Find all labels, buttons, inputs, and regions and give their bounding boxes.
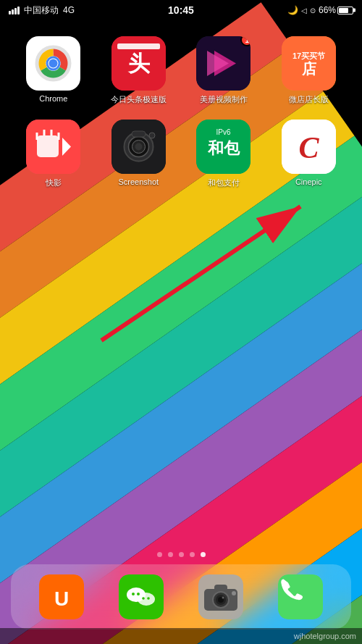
dock-phone[interactable]	[278, 574, 323, 619]
page-dot-2[interactable]	[168, 552, 173, 557]
dock-wechat[interactable]	[119, 574, 164, 619]
location-icon: ◁	[301, 7, 307, 14]
page-dot-5[interactable]	[201, 552, 206, 557]
app-kuaiying[interactable]: 快影	[14, 120, 93, 188]
svg-text:店: 店	[300, 61, 316, 77]
svg-point-26	[149, 133, 155, 138]
meice-badge: 1	[240, 36, 251, 46]
svg-point-41	[142, 597, 145, 600]
svg-text:IPv6: IPv6	[216, 128, 231, 136]
watermark-text: wjhotelgroup.com	[294, 632, 356, 640]
meice-label: 美册视频制作	[200, 94, 248, 105]
svg-point-24	[135, 143, 142, 151]
screenshot-icon	[111, 120, 166, 174]
app-screenshot[interactable]: Screenshot	[100, 120, 178, 188]
screenshot-label: Screenshot	[118, 177, 159, 186]
toutiao-label: 今日头条极速版	[111, 94, 167, 105]
app-weidian[interactable]: 17买买节 店 微店店长版	[270, 36, 348, 105]
app-toutiao[interactable]: 头 今日头条极速版	[100, 36, 178, 105]
wechat-icon	[119, 574, 164, 619]
moon-icon: 🌙	[287, 5, 298, 15]
kuaiying-label: 快影	[46, 177, 62, 188]
kuaiying-icon	[26, 120, 80, 174]
page-dots	[0, 552, 362, 557]
svg-point-40	[137, 593, 140, 595]
page-dot-1[interactable]	[157, 552, 162, 557]
status-right: 🌙 ◁ ⊙ 66%	[287, 5, 353, 15]
phone-icon	[278, 574, 323, 619]
status-bar: 中国移动 4G 10:45 🌙 ◁ ⊙ 66%	[0, 0, 362, 20]
svg-point-50	[232, 591, 236, 595]
status-left: 中国移动 4G	[9, 4, 75, 17]
svg-point-48	[222, 597, 224, 599]
svg-rect-49	[214, 585, 227, 591]
hebao-label: 和包支付	[208, 177, 240, 188]
page-dot-4[interactable]	[190, 552, 195, 557]
weidian-icon: 17买买节 店	[282, 36, 336, 91]
app-meice[interactable]: 1 美册视频制作	[185, 36, 263, 105]
cinepic-icon: C	[282, 120, 336, 174]
battery-label: 66%	[319, 5, 336, 15]
svg-rect-25	[132, 131, 146, 137]
battery-icon	[337, 7, 353, 14]
meice-icon: 1	[196, 36, 251, 91]
carrier-label: 中国移动	[24, 4, 59, 17]
network-label: 4G	[63, 5, 75, 15]
hebao-icon: 和包 IPv6	[196, 120, 251, 174]
weidian-label: 微店店长版	[289, 94, 329, 105]
chrome-label: Chrome	[39, 94, 67, 103]
svg-rect-7	[117, 43, 160, 49]
svg-rect-15	[37, 135, 59, 157]
app-grid: Chrome 头 今日头条极速版 1 美册视频制作	[0, 29, 362, 196]
toutiao-icon: 头	[111, 36, 166, 91]
dock-camera[interactable]	[198, 574, 243, 619]
watermark: wjhotelgroup.com	[0, 628, 362, 644]
app-cinepic[interactable]: C Cinepic	[270, 120, 348, 188]
svg-text:和包: 和包	[207, 139, 240, 157]
chrome-icon	[26, 36, 80, 91]
svg-point-42	[147, 597, 150, 600]
battery-indicator: 66%	[319, 5, 353, 15]
dock-uc[interactable]: U	[39, 574, 84, 619]
cinepic-label: Cinepic	[295, 177, 322, 186]
svg-text:C: C	[298, 131, 319, 164]
signal-icon	[9, 7, 20, 14]
svg-text:17买买节: 17买买节	[292, 51, 326, 60]
app-chrome[interactable]: Chrome	[14, 36, 93, 105]
svg-text:头: 头	[127, 51, 150, 75]
app-hebao[interactable]: 和包 IPv6 和包支付	[185, 120, 263, 188]
page-dot-3[interactable]	[179, 552, 184, 557]
time-display: 10:45	[168, 4, 194, 16]
svg-text:U: U	[54, 587, 69, 610]
dock: U	[11, 564, 351, 630]
uc-icon: U	[39, 574, 84, 619]
svg-point-4	[49, 59, 58, 68]
svg-point-39	[132, 593, 135, 595]
camera-icon	[198, 574, 243, 619]
svg-point-38	[138, 593, 155, 606]
alarm-icon: ⊙	[310, 7, 316, 14]
